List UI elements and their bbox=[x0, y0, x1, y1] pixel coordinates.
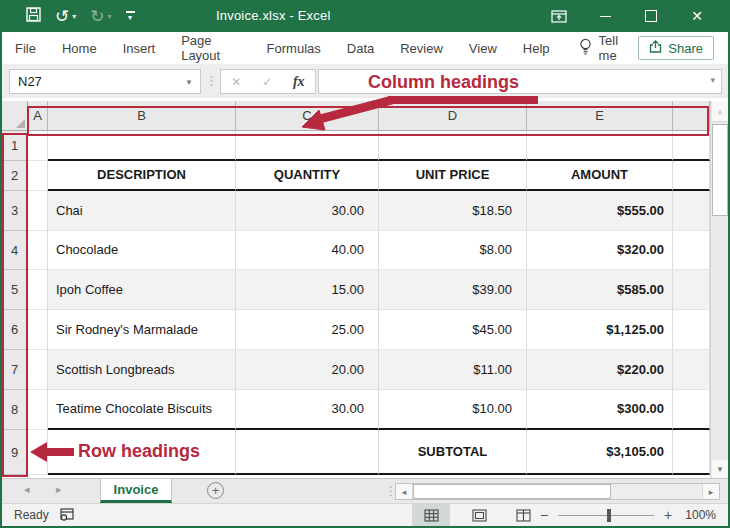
cell-A8[interactable] bbox=[28, 390, 48, 430]
scroll-up-icon[interactable]: ▴ bbox=[712, 101, 728, 122]
row-header-3[interactable]: 3 bbox=[2, 191, 28, 231]
cell-B2[interactable]: DESCRIPTION bbox=[48, 161, 236, 191]
column-header-A[interactable]: A bbox=[28, 101, 48, 131]
cell-A6[interactable] bbox=[28, 310, 48, 350]
row-header-1[interactable]: 1 bbox=[2, 131, 28, 161]
cell-D7[interactable]: $11.00 bbox=[379, 350, 527, 390]
scroll-down-icon[interactable]: ▾ bbox=[712, 460, 728, 478]
redo-button[interactable]: ↻ ▾ bbox=[90, 8, 111, 25]
vertical-scroll-thumb[interactable] bbox=[712, 124, 728, 216]
scroll-right-icon[interactable]: ▸ bbox=[702, 484, 719, 499]
zoom-in-icon[interactable]: + bbox=[664, 507, 672, 523]
cell-F3[interactable] bbox=[673, 191, 710, 231]
minimize-button[interactable] bbox=[582, 0, 628, 32]
formula-bar-expand-icon[interactable]: ▾ bbox=[710, 75, 715, 85]
cell-A1[interactable] bbox=[28, 131, 48, 161]
column-header-partial[interactable] bbox=[673, 101, 710, 131]
horizontal-scroll-thumb[interactable] bbox=[413, 484, 611, 499]
row-header-8[interactable]: 8 bbox=[2, 390, 28, 430]
cell-E9[interactable]: $3,105.00 bbox=[527, 430, 673, 475]
cell-D3[interactable]: $18.50 bbox=[379, 191, 527, 231]
cell-C8[interactable]: 30.00 bbox=[236, 390, 379, 430]
insert-function-icon[interactable]: fx bbox=[293, 74, 305, 90]
cell-A4[interactable] bbox=[28, 231, 48, 270]
cell-D2[interactable]: UNIT PRICE bbox=[379, 161, 527, 191]
cell-A5[interactable] bbox=[28, 270, 48, 310]
cell-F8[interactable] bbox=[673, 390, 710, 430]
cell-F9[interactable] bbox=[673, 430, 710, 475]
row-header-2[interactable]: 2 bbox=[2, 161, 28, 191]
cell-E3[interactable]: $555.00 bbox=[527, 191, 673, 231]
share-button[interactable]: Share bbox=[638, 36, 714, 60]
cell-F4[interactable] bbox=[673, 231, 710, 270]
new-sheet-icon[interactable]: + bbox=[207, 482, 224, 499]
cell-D1[interactable] bbox=[379, 131, 527, 161]
maximize-button[interactable] bbox=[628, 0, 674, 32]
column-header-E[interactable]: E bbox=[527, 101, 673, 131]
column-header-D[interactable]: D bbox=[379, 101, 527, 131]
cell-F6[interactable] bbox=[673, 310, 710, 350]
cell-A3[interactable] bbox=[28, 191, 48, 231]
cell-E5[interactable]: $585.00 bbox=[527, 270, 673, 310]
cell-D9[interactable]: SUBTOTAL bbox=[379, 430, 527, 475]
sheet-nav-right-icon[interactable]: ▸ bbox=[56, 483, 62, 496]
sheet-nav-left-icon[interactable]: ◂ bbox=[24, 483, 30, 496]
column-header-C[interactable]: C bbox=[236, 101, 379, 131]
cell-D5[interactable]: $39.00 bbox=[379, 270, 527, 310]
cell-E8[interactable]: $300.00 bbox=[527, 390, 673, 430]
cell-C7[interactable]: 20.00 bbox=[236, 350, 379, 390]
cell-E7[interactable]: $220.00 bbox=[527, 350, 673, 390]
cell-A2[interactable] bbox=[28, 161, 48, 191]
zoom-slider-track[interactable] bbox=[558, 515, 654, 516]
cell-B1[interactable] bbox=[48, 131, 236, 161]
row-header-9[interactable]: 9 bbox=[2, 430, 28, 475]
tab-home[interactable]: Home bbox=[49, 32, 110, 64]
cell-D8[interactable]: $10.00 bbox=[379, 390, 527, 430]
cell-C6[interactable]: 25.00 bbox=[236, 310, 379, 350]
cell-F5[interactable] bbox=[673, 270, 710, 310]
page-layout-view-button[interactable] bbox=[460, 504, 498, 526]
tab-data[interactable]: Data bbox=[334, 32, 387, 64]
column-header-B[interactable]: B bbox=[48, 101, 236, 131]
scroll-left-icon[interactable]: ◂ bbox=[396, 484, 413, 499]
cell-E2[interactable]: AMOUNT bbox=[527, 161, 673, 191]
cell-B7[interactable]: Scottish Longbreads bbox=[48, 350, 236, 390]
zoom-level-label[interactable]: 100% bbox=[685, 508, 716, 522]
undo-button[interactable]: ↺ ▾ bbox=[55, 8, 76, 25]
zoom-out-icon[interactable]: − bbox=[540, 507, 548, 523]
customize-quick-access-button[interactable]: ▾ bbox=[126, 11, 135, 21]
macro-record-icon[interactable] bbox=[60, 508, 75, 524]
tab-page-layout[interactable]: Page Layout bbox=[168, 32, 253, 64]
save-icon[interactable] bbox=[26, 7, 41, 26]
tab-formulas[interactable]: Formulas bbox=[254, 32, 334, 64]
cell-C2[interactable]: QUANTITY bbox=[236, 161, 379, 191]
sheet-tab-invoice[interactable]: Invoice bbox=[100, 479, 172, 503]
formula-bar-drag-handle[interactable]: ⋮ bbox=[205, 73, 218, 88]
cell-B9[interactable] bbox=[48, 430, 236, 475]
close-button[interactable]: ✕ bbox=[674, 0, 720, 32]
name-box-caret-icon[interactable]: ▾ bbox=[178, 77, 200, 87]
normal-view-button[interactable] bbox=[412, 504, 450, 526]
cell-F1[interactable] bbox=[673, 131, 710, 161]
formula-input[interactable]: ▾ bbox=[318, 69, 722, 94]
cell-C5[interactable]: 15.00 bbox=[236, 270, 379, 310]
cell-D6[interactable]: $45.00 bbox=[379, 310, 527, 350]
cell-F7[interactable] bbox=[673, 350, 710, 390]
row-header-5[interactable]: 5 bbox=[2, 270, 28, 310]
cell-C1[interactable] bbox=[236, 131, 379, 161]
row-header-6[interactable]: 6 bbox=[2, 310, 28, 350]
row-header-7[interactable]: 7 bbox=[2, 350, 28, 390]
name-box[interactable]: N27 ▾ bbox=[9, 69, 201, 94]
cell-A7[interactable] bbox=[28, 350, 48, 390]
tab-review[interactable]: Review bbox=[387, 32, 456, 64]
row-header-4[interactable]: 4 bbox=[2, 231, 28, 270]
zoom-slider-handle[interactable] bbox=[607, 509, 611, 522]
page-break-preview-button[interactable] bbox=[504, 504, 542, 526]
enter-icon[interactable]: ✓ bbox=[262, 75, 272, 89]
cell-E1[interactable] bbox=[527, 131, 673, 161]
tab-insert[interactable]: Insert bbox=[110, 32, 169, 64]
cell-B5[interactable]: Ipoh Coffee bbox=[48, 270, 236, 310]
cell-E6[interactable]: $1,125.00 bbox=[527, 310, 673, 350]
vertical-scrollbar[interactable]: ▴ ▾ bbox=[710, 101, 728, 478]
cell-B8[interactable]: Teatime Chocolate Biscuits bbox=[48, 390, 236, 430]
